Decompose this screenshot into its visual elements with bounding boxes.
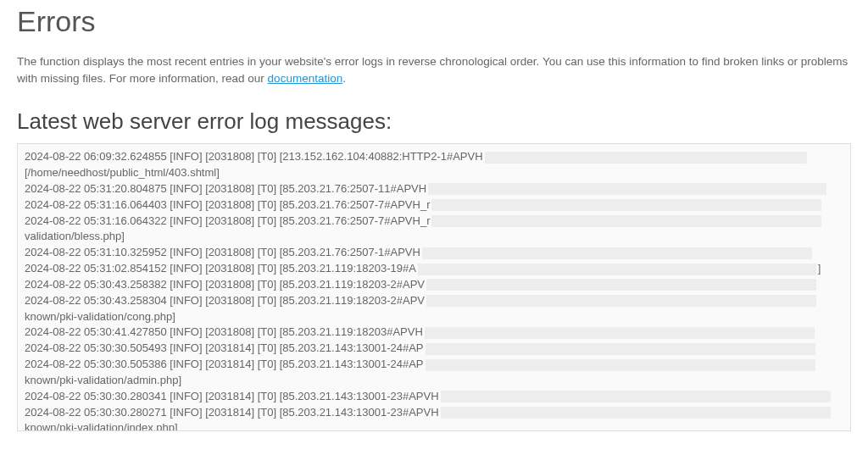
log-line: 2024-08-22 05:31:16.064322 [INFO] [20318…: [25, 214, 843, 230]
log-prefix: 2024-08-22 06:09:32.624855 [INFO] [20318…: [25, 150, 483, 163]
log-line: 2024-08-22 05:31:02.854152 [INFO] [20318…: [25, 261, 843, 277]
log-prefix: 2024-08-22 05:31:20.804875 [INFO] [20318…: [25, 182, 426, 195]
redacted-region: [485, 152, 807, 164]
log-line: 2024-08-22 05:31:20.804875 [INFO] [20318…: [25, 181, 843, 197]
log-prefix: 2024-08-22 05:30:30.280341 [INFO] [20318…: [25, 390, 439, 402]
redacted-region: [426, 279, 816, 291]
redacted-region: [418, 264, 816, 275]
log-line: 2024-08-22 05:31:16.064403 [INFO] [20318…: [25, 197, 843, 214]
log-line: 2024-08-22 05:30:43.258304 [INFO] [20318…: [25, 293, 843, 309]
log-line: 2024-08-22 05:30:30.505386 [INFO] [20318…: [25, 357, 843, 373]
log-line: 2024-08-22 05:30:30.505493 [INFO] [20318…: [25, 341, 843, 357]
log-line: 2024-08-22 05:30:41.427850 [INFO] [20318…: [25, 325, 843, 341]
redacted-region: [441, 407, 831, 419]
log-prefix: 2024-08-22 05:30:43.258304 [INFO] [20318…: [25, 294, 425, 307]
redacted-region: [428, 183, 826, 195]
log-prefix: 2024-08-22 05:30:30.280271 [INFO] [20318…: [25, 406, 439, 419]
redacted-region: [431, 199, 821, 211]
log-line-continuation: validation/bless.php]: [25, 229, 843, 245]
log-line: 2024-08-22 05:30:30.280341 [INFO] [20318…: [25, 389, 843, 405]
intro-after: .: [342, 72, 346, 85]
log-line: 2024-08-22 06:09:32.624855 [INFO] [20318…: [25, 149, 843, 165]
redacted-region: [441, 391, 831, 402]
log-prefix: 2024-08-22 05:31:16.064322 [INFO] [20318…: [25, 214, 430, 227]
log-line-continuation: [/home/needhost/public_html/403.shtml]: [25, 165, 843, 181]
intro-before: The function displays the most recent en…: [17, 55, 848, 85]
redacted-region: [426, 359, 815, 371]
documentation-link[interactable]: documentation: [268, 72, 343, 85]
log-prefix: 2024-08-22 05:30:30.505386 [INFO] [20318…: [25, 358, 424, 370]
redacted-region: [426, 295, 816, 307]
redacted-region: [431, 215, 821, 227]
redacted-region: [426, 343, 815, 355]
intro-text: The function displays the most recent en…: [17, 53, 851, 86]
redacted-region: [422, 247, 812, 259]
error-log-box[interactable]: 2024-08-22 06:09:32.624855 [INFO] [20318…: [17, 143, 851, 431]
log-prefix: 2024-08-22 05:31:16.064403 [INFO] [20318…: [25, 198, 430, 211]
log-prefix: 2024-08-22 05:31:02.854152 [INFO] [20318…: [25, 262, 416, 275]
page-title: Errors: [17, 5, 851, 38]
log-prefix: 2024-08-22 05:31:10.325952 [INFO] [20318…: [25, 246, 420, 258]
log-line: 2024-08-22 05:31:10.325952 [INFO] [20318…: [25, 245, 843, 261]
log-line-continuation: known/pki-validation/index.php]: [25, 420, 843, 431]
log-trailing: ]: [818, 262, 821, 275]
redacted-region: [425, 327, 815, 339]
log-prefix: 2024-08-22 05:30:30.505493 [INFO] [20318…: [25, 341, 424, 354]
log-prefix: 2024-08-22 05:30:43.258382 [INFO] [20318…: [25, 278, 425, 291]
log-line-continuation: known/pki-validation/cong.php]: [25, 309, 843, 325]
log-line-continuation: known/pki-validation/admin.php]: [25, 373, 843, 389]
section-title: Latest web server error log messages:: [17, 108, 851, 135]
log-prefix: 2024-08-22 05:30:41.427850 [INFO] [20318…: [25, 325, 423, 338]
log-line: 2024-08-22 05:30:43.258382 [INFO] [20318…: [25, 277, 843, 293]
log-line: 2024-08-22 05:30:30.280271 [INFO] [20318…: [25, 405, 843, 421]
